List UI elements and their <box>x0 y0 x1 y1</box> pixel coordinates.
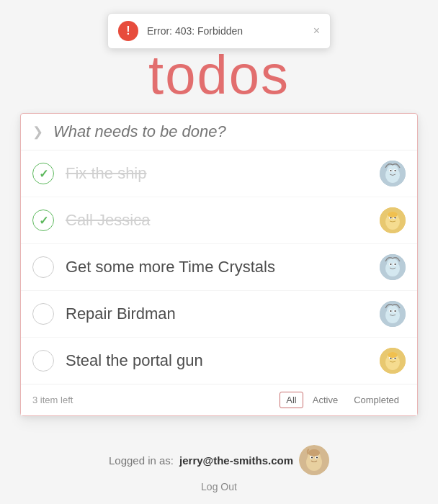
svg-point-43 <box>316 456 318 458</box>
todo-input[interactable] <box>53 122 406 141</box>
avatar-3 <box>380 254 406 280</box>
todo-label-4: Repair Birdman <box>66 305 380 323</box>
list-item: Get some more Time Crystals <box>21 244 417 291</box>
todo-checkbox-4[interactable] <box>32 303 54 325</box>
error-toast: ! Error: 403: Forbidden × <box>107 13 331 49</box>
svg-point-5 <box>390 170 392 171</box>
user-avatar <box>299 445 329 475</box>
filter-group: All Active Completed <box>280 392 406 408</box>
svg-point-6 <box>395 170 396 171</box>
todo-checkbox-3[interactable] <box>32 256 54 278</box>
input-row: ❯ <box>21 114 417 150</box>
logout-button[interactable]: Log Out <box>201 481 237 492</box>
svg-point-2 <box>387 165 398 176</box>
footer-bar: 3 item left All Active Completed <box>21 384 417 415</box>
avatar-2 <box>380 207 406 233</box>
todo-checkbox-2[interactable] <box>32 210 54 231</box>
svg-point-20 <box>390 264 392 265</box>
chevron-down-icon[interactable]: ❯ <box>32 124 43 140</box>
logged-in-line: Logged in as: jerry@the-smiths.com <box>0 445 438 475</box>
logged-in-label: Logged in as: <box>109 454 174 467</box>
list-item: Repair Birdman <box>21 291 417 338</box>
list-item: Fix the ship <box>21 150 417 197</box>
list-item: Steal the portal gun <box>21 338 417 384</box>
todo-label-5: Steal the portal gun <box>66 351 380 370</box>
bottom-section: Logged in as: jerry@the-smiths.com Log O… <box>0 445 438 492</box>
close-icon[interactable]: × <box>313 25 320 37</box>
todo-checkbox-1[interactable] <box>32 163 54 184</box>
user-email: jerry@the-smiths.com <box>179 454 293 467</box>
filter-all-button[interactable]: All <box>280 392 303 408</box>
todo-label-2: Call Jessica <box>66 211 380 230</box>
item-count: 3 item left <box>32 395 280 405</box>
main-card: ❯ Fix the ship <box>20 113 418 416</box>
filter-active-button[interactable]: Active <box>306 392 344 408</box>
svg-point-17 <box>387 258 398 270</box>
error-icon: ! <box>118 21 138 41</box>
svg-point-44 <box>308 449 320 456</box>
svg-point-27 <box>390 310 392 312</box>
list-item: Call Jessica <box>21 197 417 244</box>
svg-point-14 <box>388 212 398 217</box>
svg-point-13 <box>394 217 395 218</box>
todo-checkbox-5[interactable] <box>32 350 54 372</box>
app-title: todos <box>0 43 438 106</box>
svg-point-28 <box>395 310 396 312</box>
todo-label-3: Get some more Time Crystals <box>66 258 380 276</box>
svg-point-36 <box>388 352 398 358</box>
svg-point-35 <box>394 357 395 359</box>
filter-completed-button[interactable]: Completed <box>347 392 406 408</box>
avatar-5 <box>380 348 406 374</box>
todo-label-1: Fix the ship <box>66 164 380 183</box>
error-message: Error: 403: Forbidden <box>147 25 306 37</box>
todo-list: Fix the ship Call Jessica <box>21 150 417 384</box>
avatar-1 <box>380 161 406 186</box>
svg-point-42 <box>311 456 313 458</box>
svg-point-24 <box>387 305 398 317</box>
svg-point-21 <box>395 264 396 265</box>
avatar-4 <box>380 301 406 327</box>
